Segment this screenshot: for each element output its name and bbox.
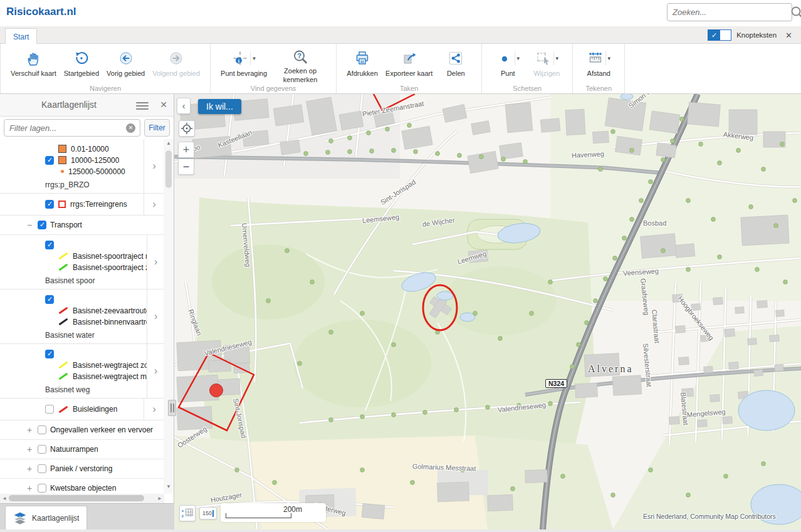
- print-button[interactable]: Afdrukken: [344, 48, 380, 83]
- horizontal-scrollbar[interactable]: ◄ ►: [0, 494, 164, 503]
- toolbar-group-tekenen: ▾ Afstand Tekenen: [573, 44, 625, 93]
- export-map-icon: [401, 50, 417, 66]
- query-button[interactable]: ? Zoeken op kenmerken: [272, 48, 328, 83]
- layer-checkbox[interactable]: [38, 484, 46, 493]
- layer-item-main: 0.01-1000010000-125000125000-5000000rrgs…: [0, 139, 144, 193]
- layer-checkbox[interactable]: [45, 405, 54, 414]
- previous-extent-button[interactable]: Vorig gebied: [104, 48, 147, 83]
- filter-button[interactable]: Filter: [144, 119, 170, 137]
- layer-expand-chevron[interactable]: ›: [147, 344, 164, 398]
- collapse-panel-button[interactable]: ‹: [177, 98, 191, 114]
- layer-name: rrgs:p_BRZO: [45, 180, 144, 189]
- text-cursor-icon: [212, 510, 214, 517]
- legend-swatch-dot-orange: [61, 170, 64, 173]
- coordinates-grid-icon: xy: [181, 506, 194, 520]
- legend-swatch-line-red: [59, 405, 68, 413]
- svg-text:x: x: [182, 509, 184, 513]
- sketch-edit-button: ▾ Wijzigen: [528, 48, 565, 83]
- scale-input[interactable]: 150: [199, 507, 217, 519]
- next-extent-button: Volgend gebied: [150, 48, 202, 83]
- tab-bar: Start ✓ Knopteksten ✕: [0, 26, 801, 44]
- zoom-in-button[interactable]: +: [178, 142, 194, 158]
- layers-icon: [13, 511, 27, 525]
- panel-title: Kaartlagenlijst: [0, 100, 138, 110]
- layer-expand-chevron[interactable]: ›: [144, 194, 164, 215]
- share-button[interactable]: Delen: [437, 48, 474, 83]
- identify-point-button[interactable]: i ▾ Punt bevraging: [218, 48, 270, 83]
- layer-checkbox[interactable]: [38, 464, 46, 473]
- expand-toggle-icon[interactable]: +: [25, 464, 34, 474]
- panel-header: Kaartlagenlijst ✕: [0, 94, 174, 117]
- ribbon-close-icon[interactable]: ✕: [782, 31, 796, 40]
- scale-label: 200m: [283, 505, 302, 514]
- dropdown-caret-icon[interactable]: ▾: [253, 55, 256, 61]
- scroll-left-icon[interactable]: ◄: [2, 496, 7, 501]
- layer-checkbox[interactable]: [45, 241, 54, 249]
- layer-item-main: Basisnet-zeevaartroutesBasisnet-binnenva…: [0, 289, 147, 343]
- layer-checkbox[interactable]: [38, 221, 46, 229]
- red-point-annotation: [210, 384, 223, 397]
- layer-item: Basisnet-spoortraject met PAG-inBasisnet…: [0, 235, 164, 289]
- layer-checkbox[interactable]: [45, 200, 54, 209]
- layer-checkbox[interactable]: [45, 350, 54, 358]
- layer-item-main: Basisnet-spoortraject met PAG-inBasisnet…: [0, 235, 147, 289]
- ik-wil-button[interactable]: Ik wil...: [198, 99, 241, 114]
- vertical-scrollbar[interactable]: ▲ ▼: [164, 139, 174, 494]
- layer-tree: 0.01-1000010000-125000125000-5000000rrgs…: [0, 139, 164, 494]
- legend-swatch-line-black: [59, 318, 68, 326]
- layer-filter-bar: ✕ Filter: [0, 117, 174, 139]
- measure-distance-icon: [587, 50, 604, 66]
- edit-select-icon: [535, 50, 552, 66]
- kaartlagenlijst-tab[interactable]: Kaartlagenlijst: [5, 506, 87, 530]
- zoom-out-button[interactable]: −: [178, 159, 194, 175]
- knopteksten-label: Knopteksten: [736, 31, 777, 39]
- knopteksten-toggle[interactable]: ✓: [708, 29, 731, 41]
- panel-menu-icon[interactable]: [136, 100, 149, 110]
- start-extent-button[interactable]: Startgebied: [61, 48, 102, 83]
- scroll-up-icon[interactable]: ▲: [164, 140, 174, 149]
- legend-swatch-square-orange: [58, 145, 66, 153]
- measure-distance-button[interactable]: ▾ Afstand: [580, 48, 617, 83]
- expand-toggle-icon[interactable]: +: [25, 444, 34, 454]
- share-icon: [448, 50, 464, 66]
- sketch-point-button[interactable]: ▾ Punt: [490, 48, 526, 83]
- expand-toggle-icon[interactable]: +: [25, 483, 34, 493]
- layer-group-label: Kwetsbare objecten: [50, 484, 116, 493]
- dropdown-caret-icon[interactable]: ▾: [517, 55, 520, 61]
- point-icon: [496, 50, 513, 66]
- layer-expand-chevron[interactable]: ›: [144, 399, 164, 420]
- toggle-check-icon: ✓: [708, 30, 720, 40]
- filter-input[interactable]: [4, 123, 126, 133]
- expand-toggle-icon[interactable]: +: [25, 425, 34, 435]
- locate-button[interactable]: [179, 120, 195, 137]
- map-canvas[interactable]: Pieter ZeemanstraatSimon SteHavenwegAkke…: [174, 94, 801, 529]
- dropdown-caret-icon[interactable]: ▾: [608, 55, 611, 61]
- layer-expand-chevron[interactable]: ›: [144, 139, 164, 193]
- scroll-right-icon[interactable]: ►: [157, 496, 162, 501]
- scrollbar-thumb[interactable]: [9, 495, 144, 501]
- overview-map-button[interactable]: xy: [179, 505, 196, 521]
- layer-group-label: Paniek / verstoring: [50, 464, 112, 473]
- expand-toggle-icon[interactable]: −: [25, 220, 34, 230]
- layer-checkbox[interactable]: [45, 156, 54, 165]
- panel-close-icon[interactable]: ✕: [160, 100, 167, 110]
- tab-start[interactable]: Start: [5, 28, 37, 44]
- scrollbar-thumb[interactable]: [165, 150, 172, 188]
- layer-checkbox[interactable]: [38, 445, 46, 454]
- layer-name: Basisnet weg: [45, 385, 147, 394]
- legend-swatch-line-red: [59, 307, 68, 315]
- legend-swatch-line-yellow: [59, 362, 68, 369]
- layer-expand-chevron[interactable]: ›: [147, 289, 164, 343]
- search-icon[interactable]: [789, 4, 801, 21]
- layer-checkbox[interactable]: [45, 295, 54, 304]
- search-input[interactable]: [668, 8, 789, 17]
- export-map-button[interactable]: Exporteer kaart: [383, 48, 435, 83]
- legend-label: rrgs:Terreingrens: [70, 200, 127, 209]
- filter-clear-icon[interactable]: ✕: [126, 123, 135, 133]
- panel-resize-handle[interactable]: [168, 400, 176, 416]
- layer-group-row: +Natuurrampen: [0, 440, 164, 459]
- scroll-down-icon[interactable]: ▼: [164, 484, 174, 493]
- layer-expand-chevron[interactable]: ›: [147, 235, 164, 289]
- pan-map-button[interactable]: Verschuif kaart: [8, 48, 59, 83]
- layer-checkbox[interactable]: [38, 425, 46, 434]
